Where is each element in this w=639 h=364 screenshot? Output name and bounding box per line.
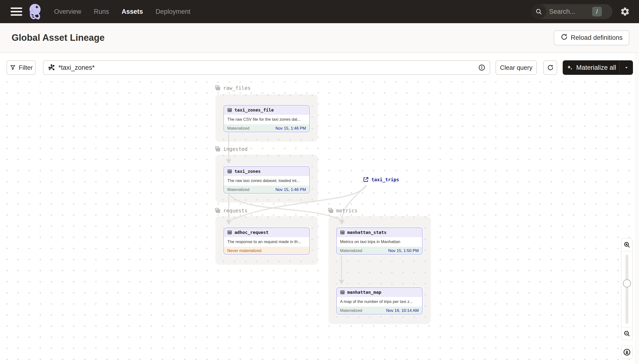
asset-description: A map of the number of trips per taxi z.… bbox=[337, 297, 422, 306]
dagster-app: Overview Runs Assets Deployment / Global… bbox=[0, 0, 639, 364]
asset-status: Materialized bbox=[227, 187, 249, 192]
filter-funnel-icon bbox=[10, 64, 16, 71]
group-table-icon bbox=[214, 208, 221, 214]
clear-query-button[interactable]: Clear query bbox=[495, 60, 537, 75]
asset-status: Materialized bbox=[340, 308, 362, 313]
reload-definitions-button[interactable]: Reload definitions bbox=[554, 30, 629, 46]
group-table-icon bbox=[214, 85, 221, 91]
search-icon bbox=[531, 4, 546, 19]
nav-item-overview[interactable]: Overview bbox=[54, 8, 81, 16]
scrollbar[interactable] bbox=[635, 53, 639, 364]
zoom-in-button[interactable] bbox=[621, 238, 632, 251]
asset-timestamp: Nov 15, 1:46 PM bbox=[275, 187, 306, 192]
info-icon[interactable] bbox=[478, 64, 485, 71]
asset-description: The raw CSV file for the taxi zones dat.… bbox=[224, 115, 309, 124]
nav-links: Overview Runs Assets Deployment bbox=[54, 8, 190, 16]
search-shortcut-badge: / bbox=[592, 7, 602, 16]
dagster-logo-icon bbox=[27, 2, 44, 21]
group-label-requests[interactable]: requests bbox=[214, 208, 248, 214]
search-box[interactable]: / bbox=[531, 4, 612, 19]
zoom-out-button[interactable] bbox=[621, 327, 632, 340]
nav-item-deployment[interactable]: Deployment bbox=[156, 8, 190, 16]
materialize-all-label: Materialize all bbox=[576, 64, 616, 72]
zoom-out-icon bbox=[623, 330, 630, 337]
chevron-down-icon bbox=[624, 65, 629, 70]
clear-query-label: Clear query bbox=[500, 64, 532, 72]
asset-timestamp: Nov 16, 10:14 AM bbox=[386, 308, 419, 313]
asset-title: adhoc_request bbox=[235, 230, 269, 235]
dot-grid-background bbox=[0, 81, 639, 364]
asset-node-adhoc-request[interactable]: adhoc_request The response to an request… bbox=[223, 228, 310, 255]
asset-title: taxi_zones bbox=[235, 169, 261, 174]
download-image-button[interactable] bbox=[621, 346, 633, 359]
top-nav: Overview Runs Assets Deployment / bbox=[0, 0, 639, 23]
graph-toolbar: Filter Clear query Materialize all bbox=[0, 60, 639, 75]
page-title: Global Asset Lineage bbox=[12, 32, 105, 43]
zoom-slider-knob[interactable] bbox=[623, 279, 631, 288]
settings-gear-icon[interactable] bbox=[618, 4, 632, 19]
lineage-canvas[interactable]: raw_files ingested requests metrics taxi… bbox=[0, 53, 639, 364]
filter-button[interactable]: Filter bbox=[7, 60, 36, 75]
group-table-icon bbox=[327, 208, 334, 214]
group-label-metrics[interactable]: metrics bbox=[327, 208, 358, 214]
menu-icon[interactable] bbox=[11, 8, 22, 16]
zoom-in-icon bbox=[623, 241, 630, 248]
group-table-icon bbox=[214, 146, 221, 152]
group-label-raw-files[interactable]: raw_files bbox=[214, 85, 251, 91]
materialize-dropdown-caret[interactable] bbox=[619, 60, 633, 75]
asset-status: Materialized bbox=[340, 248, 362, 253]
zoom-controls bbox=[621, 238, 633, 340]
asset-description: Metrics on taxi trips in Manhattan bbox=[337, 237, 422, 247]
asset-title: manhattan_map bbox=[347, 290, 381, 295]
refresh-button[interactable] bbox=[543, 60, 557, 75]
group-name: raw_files bbox=[223, 85, 251, 91]
sparkle-icon bbox=[566, 64, 573, 71]
search-input[interactable] bbox=[549, 8, 590, 16]
asset-timestamp: Nov 15, 1:50 PM bbox=[388, 248, 419, 253]
reload-label: Reload definitions bbox=[571, 34, 622, 42]
zoom-slider[interactable] bbox=[621, 251, 632, 327]
asset-selection-input[interactable] bbox=[59, 64, 478, 72]
table-icon bbox=[227, 230, 232, 235]
asset-selection-input-box[interactable] bbox=[43, 60, 490, 75]
refresh-icon bbox=[547, 64, 554, 71]
asset-status: Never materialized bbox=[227, 248, 262, 253]
asset-node-taxi-zones-file[interactable]: taxi_zones_file The raw CSV file for the… bbox=[223, 105, 310, 132]
zoom-slider-track[interactable] bbox=[625, 255, 628, 324]
nav-item-assets[interactable]: Assets bbox=[122, 8, 143, 16]
materialize-all-button[interactable]: Materialize all bbox=[563, 60, 633, 75]
external-asset-name: taxi_trips bbox=[371, 177, 399, 182]
asset-title: taxi_zones_file bbox=[235, 108, 274, 112]
table-icon bbox=[340, 290, 345, 295]
group-name: requests bbox=[223, 208, 248, 214]
group-name: metrics bbox=[336, 208, 358, 214]
download-icon bbox=[623, 348, 631, 356]
page-header: Global Asset Lineage Reload definitions bbox=[0, 23, 639, 53]
asset-title: manhattan_stats bbox=[347, 230, 387, 235]
asset-description: The response to an request made in th... bbox=[224, 237, 309, 247]
table-icon bbox=[227, 108, 232, 112]
group-name: ingested bbox=[223, 146, 248, 152]
asset-node-taxi-zones[interactable]: taxi_zones The raw taxi zones dataset, l… bbox=[223, 166, 310, 194]
nav-item-runs[interactable]: Runs bbox=[94, 8, 109, 16]
asset-selection-icon bbox=[48, 64, 55, 71]
external-asset-taxi-trips[interactable]: taxi_trips bbox=[363, 176, 399, 183]
asset-timestamp: Nov 15, 1:46 PM bbox=[275, 126, 306, 131]
table-icon bbox=[340, 230, 345, 235]
filter-label: Filter bbox=[19, 64, 33, 72]
asset-node-manhattan-stats[interactable]: manhattan_stats Metrics on taxi trips in… bbox=[336, 228, 423, 255]
table-icon bbox=[227, 169, 232, 174]
group-label-ingested[interactable]: ingested bbox=[214, 146, 248, 152]
external-link-icon bbox=[363, 176, 369, 183]
reload-icon bbox=[560, 33, 568, 42]
asset-description: The raw taxi zones dataset, loaded int..… bbox=[224, 176, 309, 186]
asset-node-manhattan-map[interactable]: manhattan_map A map of the number of tri… bbox=[336, 287, 423, 314]
asset-status: Materialized bbox=[227, 126, 249, 131]
